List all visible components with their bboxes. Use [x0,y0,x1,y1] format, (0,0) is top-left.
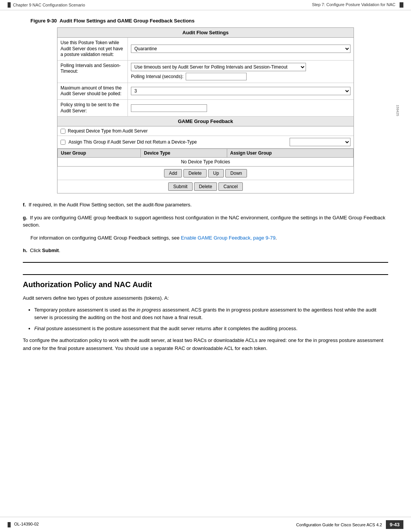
side-number: 159425 [396,105,400,116]
policy-table: User Group Device Type Assign User Group… [57,149,354,166]
policy-string-field [128,100,354,116]
polling-row: Polling Intervals and Session-Timeout: U… [57,61,354,83]
instruction-h-bold: Submit [42,248,59,253]
delete-button[interactable]: Delete [183,169,207,177]
instruction-g: g. If you are configuring GAME group fee… [23,214,388,229]
request-device-type-label: Request Device Type from Audit Server [68,128,148,134]
form-panel-wrapper: Audit Flow Settings Use this Posture Tok… [23,27,388,193]
instruction-f: f. If required, in the Audit Flow Settin… [23,201,388,209]
body-text-2: To configure the authorization policy to… [23,337,388,353]
section-heading: Authorization Policy and NAC Audit [23,274,388,289]
audit-flow-header: Audit Flow Settings [57,28,354,38]
bullet-1-text: Temporary posture assessment is used as … [34,307,137,313]
request-device-type-checkbox[interactable] [61,129,65,134]
polling-select[interactable]: Use timeouts sent by Audit Server for Po… [131,63,306,71]
policy-string-row: Policy string to be sent to the Audit Se… [57,100,354,117]
col-device-type: Device Type [141,149,227,158]
figure-number: Figure 9-30 [30,18,57,24]
posture-token-label: Use this Posture Token while Audit Serve… [57,38,128,60]
instruction-h-letter: h. [23,248,27,253]
col-user-group: User Group [58,149,141,158]
instruction-g-text: If you are configuring GAME group feedba… [23,215,385,228]
step-label: Step 7: Configure Posture Validation for… [312,2,395,7]
polling-interval-input[interactable] [186,73,247,80]
down-button[interactable]: Down [225,169,247,177]
up-button[interactable]: Up [208,169,224,177]
empty-message: No Device Type Policies [58,158,354,166]
assign-group-select[interactable] [290,138,350,146]
link-intro: For information on configuring GAME Grou… [30,235,180,241]
form-panel: Audit Flow Settings Use this Posture Tok… [57,27,354,193]
polling-interval-row: Polling Interval (seconds): [131,73,350,80]
figure-title: Audit Flow Settings and GAME Group Feedb… [60,18,195,24]
max-poll-select[interactable]: 3 [131,87,350,95]
polling-label: Polling Intervals and Session-Timeout: [57,61,128,83]
submit-button-row: Submit Delete Cancel [57,180,354,193]
posture-token-field: Quarantine [128,38,354,60]
instruction-g-letter: g. [23,215,27,220]
instruction-f-text: If required, in the Audit Flow Setting s… [29,202,192,208]
polling-interval-label: Polling Interval (seconds): [131,74,183,79]
max-poll-field: 3 [128,83,354,99]
step-icon [400,2,403,8]
instruction-f-letter: f. [23,202,26,208]
policy-string-input[interactable] [131,104,207,112]
instruction-h-text: Click [30,248,41,253]
figure-caption: Figure 9-30 Audit Flow Settings and GAME… [30,18,388,24]
top-bar-left: Chapter 9 NAC Configuration Scenario [8,2,85,8]
assign-label: Assign This Group if Audit Server Did no… [68,139,287,145]
request-device-type-row: Request Device Type from Audit Server [57,126,354,136]
page-content: Figure 9-30 Audit Flow Settings and GAME… [0,10,411,371]
polling-field: Use timeouts sent by Audit Server for Po… [128,61,354,83]
bottom-left-icon [8,522,11,527]
bullet-1-italic: in progress [137,307,161,313]
action-button-row: Add Delete Up Down [57,166,354,180]
submit-button[interactable]: Submit [168,182,192,191]
doc-number: OL-14390-02 [14,522,39,526]
assign-row: Assign This Group if Audit Server Did no… [57,136,354,149]
body-text-1: Audit servers define two types of postur… [23,294,388,302]
form-delete-button[interactable]: Delete [194,182,217,191]
max-poll-label: Maximum amount of times the Audit Server… [57,83,128,99]
table-row-empty: No Device Type Policies [58,158,354,166]
posture-token-select[interactable]: Quarantine [131,45,350,53]
top-bar: Chapter 9 NAC Configuration Scenario Ste… [0,0,411,10]
cancel-button[interactable]: Cancel [218,182,242,191]
posture-token-row: Use this Posture Token while Audit Serve… [57,38,354,61]
add-button[interactable]: Add [164,169,182,177]
bullet-list: Temporary posture assessment is used as … [34,306,388,333]
max-poll-row: Maximum amount of times the Audit Server… [57,83,354,100]
page-number: 9-43 [386,520,403,529]
section-divider [23,262,388,263]
col-assign-user-group: Assign User Group [227,149,353,158]
link-paragraph: For information on configuring GAME Grou… [30,234,388,242]
assign-group-checkbox[interactable] [61,140,65,145]
bullet-2: Final posture assessment is the posture … [34,325,388,333]
bottom-bar: OL-14390-02 Configuration Guide for Cisc… [0,517,411,532]
top-bar-right: Step 7: Configure Posture Validation for… [312,2,403,8]
game-group-link[interactable]: Enable GAME Group Feedback, page 9-79 [181,235,276,241]
chapter-label: Chapter 9 NAC Configuration Scenario [13,3,85,7]
guide-title: Configuration Guide for Cisco Secure ACS… [296,522,382,527]
policy-string-label: Policy string to be sent to the Audit Se… [57,100,128,116]
bottom-bar-left: OL-14390-02 [8,522,39,527]
instruction-h: h. Click Submit. [23,247,388,254]
bullet-1: Temporary posture assessment is used as … [34,306,388,322]
bottom-bar-right: Configuration Guide for Cisco Secure ACS… [296,520,403,529]
bullet-2-rest: posture assessment is the posture assess… [46,326,298,331]
chapter-icon [8,2,11,8]
bullet-2-italic: Final [34,326,45,331]
policy-table-container: User Group Device Type Assign User Group… [57,149,354,166]
game-group-header: GAME Group Feedback [57,117,354,126]
